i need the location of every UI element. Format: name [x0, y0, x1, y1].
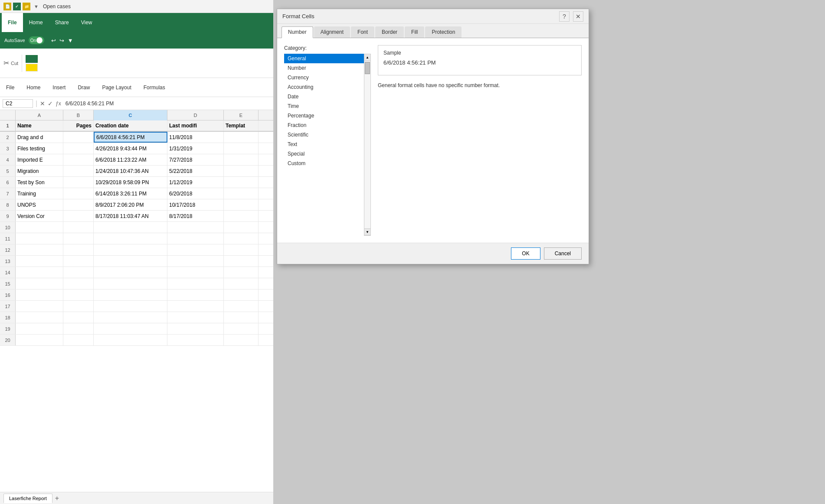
- cell-17-d[interactable]: [167, 301, 224, 312]
- cell-19-d[interactable]: [167, 323, 224, 334]
- cell-16-c[interactable]: [94, 289, 167, 300]
- category-item-fraction[interactable]: Fraction: [284, 120, 364, 130]
- cell-1-d[interactable]: Last modifi: [167, 120, 224, 131]
- cell-6-a[interactable]: Test by Son: [16, 177, 63, 188]
- cell-8-c[interactable]: 8/9/2017 2:06:20 PM: [94, 199, 167, 210]
- col-header-c[interactable]: C: [94, 110, 167, 120]
- cell-15-a[interactable]: [16, 278, 63, 289]
- cell-13-d[interactable]: [167, 256, 224, 267]
- cell-19-a[interactable]: [16, 323, 63, 334]
- cell-14-a[interactable]: [16, 267, 63, 278]
- dialog-tab-protection[interactable]: Protection: [425, 26, 462, 38]
- cell-4-b[interactable]: [63, 154, 94, 165]
- tab-view[interactable]: View: [75, 13, 98, 32]
- cell-7-d[interactable]: 6/20/2018: [167, 188, 224, 199]
- cell-17-c[interactable]: [94, 301, 167, 312]
- category-item-percentage[interactable]: Percentage: [284, 111, 364, 120]
- cell-9-e[interactable]: [224, 211, 259, 221]
- category-item-special[interactable]: Special: [284, 149, 364, 159]
- cell-5-b[interactable]: [63, 166, 94, 176]
- cell-11-a[interactable]: [16, 233, 63, 244]
- cell-4-e[interactable]: [224, 154, 259, 165]
- cell-19-e[interactable]: [224, 323, 259, 334]
- cell-20-a[interactable]: [16, 335, 63, 345]
- cell-5-c[interactable]: 1/24/2018 10:47:36 AN: [94, 166, 167, 176]
- cell-13-e[interactable]: [224, 256, 259, 267]
- cell-8-b[interactable]: [63, 199, 94, 210]
- cell-6-b[interactable]: [63, 177, 94, 188]
- cell-19-c[interactable]: [94, 323, 167, 334]
- menu-home[interactable]: Home: [26, 83, 41, 92]
- category-item-time[interactable]: Time: [284, 101, 364, 111]
- cell-1-e[interactable]: Templat: [224, 120, 259, 131]
- cancel-formula-icon[interactable]: ✕: [40, 100, 45, 107]
- tab-home[interactable]: Home: [23, 13, 49, 32]
- scroll-thumb[interactable]: [365, 62, 370, 74]
- cell-2-b[interactable]: [63, 132, 94, 143]
- cell-2-e[interactable]: [224, 132, 259, 143]
- category-item-custom[interactable]: Custom: [284, 159, 364, 168]
- cell-16-d[interactable]: [167, 289, 224, 300]
- menu-draw[interactable]: Draw: [77, 83, 91, 92]
- cell-9-a[interactable]: Version Cor: [16, 211, 63, 221]
- autosave-toggle[interactable]: On: [29, 36, 44, 44]
- cell-15-d[interactable]: [167, 278, 224, 289]
- scroll-down-btn[interactable]: ▼: [364, 228, 370, 235]
- cell-10-e[interactable]: [224, 222, 259, 233]
- cell-11-e[interactable]: [224, 233, 259, 244]
- cell-9-d[interactable]: 8/17/2018: [167, 211, 224, 221]
- col-header-d[interactable]: D: [167, 110, 224, 120]
- cell-12-c[interactable]: [94, 244, 167, 255]
- cell-8-d[interactable]: 10/17/2018: [167, 199, 224, 210]
- cell-17-b[interactable]: [63, 301, 94, 312]
- add-sheet-btn[interactable]: +: [55, 494, 59, 502]
- dialog-tab-alignment[interactable]: Alignment: [314, 26, 350, 38]
- cell-4-a[interactable]: Imported E: [16, 154, 63, 165]
- cell-15-b[interactable]: [63, 278, 94, 289]
- cell-16-e[interactable]: [224, 289, 259, 300]
- cell-9-c[interactable]: 8/17/2018 11:03:47 AN: [94, 211, 167, 221]
- cell-12-d[interactable]: [167, 244, 224, 255]
- cell-6-e[interactable]: [224, 177, 259, 188]
- cell-14-e[interactable]: [224, 267, 259, 278]
- cell-11-d[interactable]: [167, 233, 224, 244]
- cell-3-d[interactable]: 1/31/2019: [167, 143, 224, 154]
- cell-11-c[interactable]: [94, 233, 167, 244]
- category-item-general[interactable]: General: [284, 54, 364, 63]
- cell-12-b[interactable]: [63, 244, 94, 255]
- cell-4-d[interactable]: 7/27/2018: [167, 154, 224, 165]
- cell-20-c[interactable]: [94, 335, 167, 345]
- cell-reference-input[interactable]: [3, 99, 33, 108]
- cell-10-b[interactable]: [63, 222, 94, 233]
- insert-function-icon[interactable]: ƒx: [56, 101, 61, 107]
- cell-5-e[interactable]: [224, 166, 259, 176]
- dialog-tab-font[interactable]: Font: [351, 26, 374, 38]
- cell-20-e[interactable]: [224, 335, 259, 345]
- cell-14-c[interactable]: [94, 267, 167, 278]
- cell-1-a[interactable]: Name: [16, 120, 63, 131]
- cell-15-c[interactable]: [94, 278, 167, 289]
- cell-3-b[interactable]: [63, 143, 94, 154]
- cell-6-c[interactable]: 10/29/2018 9:58:09 PN: [94, 177, 167, 188]
- cell-1-b[interactable]: Pages: [63, 120, 94, 131]
- category-item-date[interactable]: Date: [284, 92, 364, 101]
- cell-20-b[interactable]: [63, 335, 94, 345]
- cell-5-d[interactable]: 5/22/2018: [167, 166, 224, 176]
- cell-16-a[interactable]: [16, 289, 63, 300]
- cell-7-a[interactable]: Training: [16, 188, 63, 199]
- category-item-text[interactable]: Text: [284, 140, 364, 149]
- cell-12-a[interactable]: [16, 244, 63, 255]
- cell-2-a[interactable]: Drag and d: [16, 132, 63, 143]
- cell-12-e[interactable]: [224, 244, 259, 255]
- cell-8-a[interactable]: UNOPS: [16, 199, 63, 210]
- menu-formulas[interactable]: Formulas: [143, 83, 166, 92]
- cell-7-c[interactable]: 6/14/2018 3:26:11 PM: [94, 188, 167, 199]
- cell-11-b[interactable]: [63, 233, 94, 244]
- menu-page-layout[interactable]: Page Layout: [101, 83, 132, 92]
- cell-18-a[interactable]: [16, 312, 63, 323]
- cell-8-e[interactable]: [224, 199, 259, 210]
- scroll-up-btn[interactable]: ▲: [364, 54, 370, 61]
- cell-10-c[interactable]: [94, 222, 167, 233]
- sheet-tab-laserfiche[interactable]: Laserfiche Report: [3, 494, 52, 503]
- menu-file[interactable]: File: [5, 83, 15, 92]
